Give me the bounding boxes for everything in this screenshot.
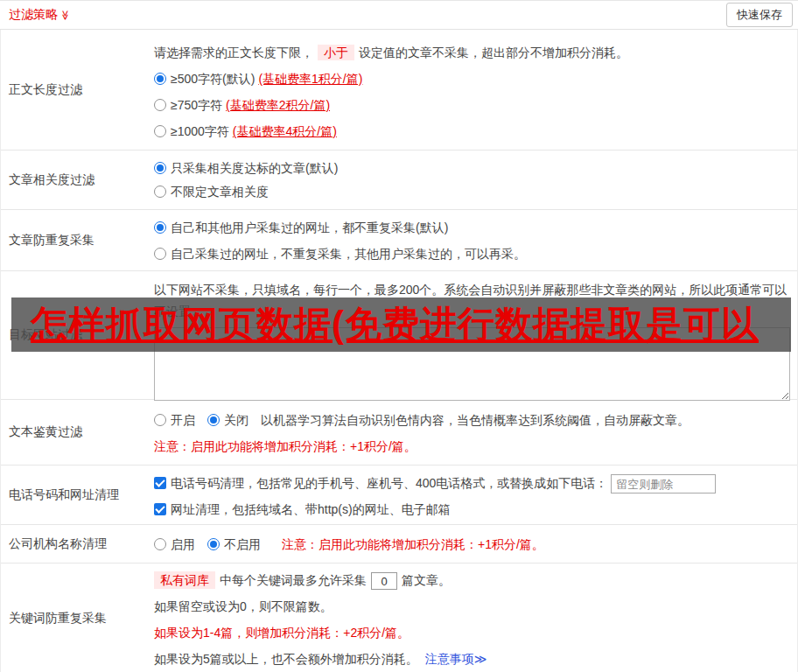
option-label: 电话号码清理，包括常见的手机号、座机号、400电话格式，或替换成如下电话： xyxy=(171,476,607,490)
panel-title: 过滤策略 xyxy=(9,7,58,21)
option-label: 不限定文章相关度 xyxy=(171,185,269,199)
porn-option-on[interactable]: 开启 xyxy=(154,413,195,427)
dedup-option-self[interactable]: 自己采集过的网址，不重复采集，其他用户采集过的，可以再采。 xyxy=(154,241,790,267)
url-cleanup-option[interactable]: 网址清理，包括纯域名、带http(s)的网址、电子邮箱 xyxy=(154,496,790,522)
quick-save-button[interactable]: 快速保存 xyxy=(726,3,793,27)
keyword-dedup-label: 关键词防重复采集 xyxy=(1,564,154,672)
porn-filter-desc: 以机器学习算法自动识别色情内容，当色情概率达到系统阈值，自动屏蔽文章。 xyxy=(261,413,690,427)
chevron-down-icon[interactable]: ≫ xyxy=(60,10,71,21)
relevance-option-any[interactable]: 不限定文章相关度 xyxy=(154,180,790,204)
radio-icon[interactable] xyxy=(154,186,166,198)
body-length-filter-label: 正文长度过滤 xyxy=(1,30,154,150)
base-rate-link[interactable]: (基础费率4积分/篇) xyxy=(233,124,337,138)
radio-icon[interactable] xyxy=(154,162,166,174)
company-cleanup-warning: 注意：启用此功能将增加积分消耗：+1积分/篇。 xyxy=(282,537,544,551)
option-label: 关闭 xyxy=(224,413,248,427)
watermark-text: 怎样抓取网页数据(免费进行数据提取是可以 xyxy=(11,300,759,349)
row-porn-filter: 文本鉴黄过滤 开启关闭以机器学习算法自动识别色情内容，当色情概率达到系统阈值，自… xyxy=(1,400,797,466)
radio-icon[interactable] xyxy=(154,99,166,111)
radio-icon[interactable] xyxy=(154,125,166,137)
option-label: ≥750字符 xyxy=(171,98,222,112)
keyword-rule-5plus: 如果设为5篇或以上，也不会额外增加积分消耗。注意事项≫ xyxy=(154,646,790,672)
checkbox-icon[interactable] xyxy=(154,477,166,489)
company-option-on[interactable]: 启用 xyxy=(154,537,195,551)
phone-url-cleanup-label: 电话号码和网址清理 xyxy=(1,466,154,524)
radio-icon[interactable] xyxy=(154,221,166,234)
panel-title-wrap[interactable]: 过滤策略≫ xyxy=(9,7,71,23)
keyword-count-input[interactable] xyxy=(371,572,397,590)
base-rate-link[interactable]: (基础费率1积分/篇) xyxy=(258,72,362,86)
intro-text-pre: 请选择需求的正文长度下限， xyxy=(154,46,313,60)
row-relevance-filter: 文章相关度过滤 只采集相关度达标的文章(默认) 不限定文章相关度 xyxy=(1,150,797,210)
row-dedup-filter: 文章防重复采集 自己和其他用户采集过的网址，都不重复采集(默认) 自己采集过的网… xyxy=(1,210,797,271)
less-than-highlight: 小于 xyxy=(318,45,354,60)
checkbox-icon[interactable] xyxy=(154,503,166,515)
row-phone-url-cleanup: 电话号码和网址清理 电话号码清理，包括常见的手机号、座机号、400电话格式，或替… xyxy=(1,466,797,525)
row-body-length-filter: 正文长度过滤 请选择需求的正文长度下限，小于设定值的文章不采集，超出部分不增加积… xyxy=(1,30,797,150)
radio-icon[interactable] xyxy=(207,414,220,426)
watermark-overlay: 怎样抓取网页数据(免费进行数据提取是可以 xyxy=(11,298,791,352)
dedup-filter-label: 文章防重复采集 xyxy=(1,210,154,270)
company-cleanup-label: 公司机构名称清理 xyxy=(1,525,154,563)
row-keyword-dedup: 关键词防重复采集 私有词库中每个关键词最多允许采集篇文章。 如果留空或设为0，则… xyxy=(1,564,797,672)
option-label: 开启 xyxy=(171,413,195,427)
option-label: ≥1000字符 xyxy=(171,124,229,138)
radio-icon[interactable] xyxy=(154,248,166,260)
porn-filter-label: 文本鉴黄过滤 xyxy=(1,400,154,465)
company-option-off[interactable]: 不启用 xyxy=(207,537,261,551)
keyword-limit-line: 私有词库中每个关键词最多允许采集篇文章。 xyxy=(154,567,790,593)
radio-icon[interactable] xyxy=(154,538,166,550)
panel-header: 过滤策略≫ 快速保存 xyxy=(0,1,798,30)
length-option-1000[interactable]: ≥1000字符(基础费率4积分/篇) xyxy=(154,118,790,144)
option-label: 只采集相关度达标的文章(默认) xyxy=(171,161,338,175)
limit-text-end: 篇文章。 xyxy=(402,573,451,587)
row-company-cleanup: 公司机构名称清理 启用不启用注意：启用此功能将增加积分消耗：+1积分/篇。 xyxy=(1,525,797,564)
notes-link[interactable]: 注意事项≫ xyxy=(425,652,487,666)
porn-filter-options: 开启关闭以机器学习算法自动识别色情内容，当色情概率达到系统阈值，自动屏蔽文章。 xyxy=(154,407,790,433)
keyword-rule-1-4: 如果设为1-4篇，则增加积分消耗：+2积分/篇。 xyxy=(154,620,790,646)
double-chevron-icon: ≫ xyxy=(474,652,487,666)
company-cleanup-options: 启用不启用注意：启用此功能将增加积分消耗：+1积分/篇。 xyxy=(154,531,790,557)
radio-icon[interactable] xyxy=(154,73,166,85)
filter-strategy-panel: 过滤策略≫ 快速保存 正文长度过滤 请选择需求的正文长度下限，小于设定值的文章不… xyxy=(0,0,798,672)
keyword-rule-zero: 如果留空或设为0，则不限篇数。 xyxy=(154,593,790,620)
private-lexicon-link[interactable]: 私有词库 xyxy=(154,571,215,589)
limit-text-mid: 中每个关键词最多允许采集 xyxy=(220,573,367,587)
relevance-filter-label: 文章相关度过滤 xyxy=(1,150,154,209)
length-option-500[interactable]: ≥500字符(默认)(基础费率1积分/篇) xyxy=(154,66,790,92)
replacement-phone-input[interactable] xyxy=(611,474,716,494)
option-label: 网址清理，包括纯域名、带http(s)的网址、电子邮箱 xyxy=(171,502,451,516)
porn-filter-warning: 注意：启用此功能将增加积分消耗：+1积分/篇。 xyxy=(154,433,790,459)
relevance-option-strict[interactable]: 只采集相关度达标的文章(默认) xyxy=(154,157,790,180)
length-option-750[interactable]: ≥750字符(基础费率2积分/篇) xyxy=(154,92,790,118)
rule-text: 如果设为5篇或以上，也不会额外增加积分消耗。 xyxy=(154,652,418,666)
option-label: 自己采集过的网址，不重复采集，其他用户采集过的，可以再采。 xyxy=(171,247,526,261)
radio-icon[interactable] xyxy=(207,538,220,550)
base-rate-link[interactable]: (基础费率2积分/篇) xyxy=(226,98,330,112)
phone-cleanup-option[interactable]: 电话号码清理，包括常见的手机号、座机号、400电话格式，或替换成如下电话： xyxy=(154,470,790,496)
option-label: 自己和其他用户采集过的网址，都不重复采集(默认) xyxy=(171,220,448,234)
intro-text-post: 设定值的文章不采集，超出部分不增加积分消耗。 xyxy=(359,46,628,60)
porn-option-off[interactable]: 关闭 xyxy=(207,413,248,427)
radio-icon[interactable] xyxy=(154,414,166,426)
option-label: 启用 xyxy=(171,537,195,551)
notes-link-label: 注意事项 xyxy=(425,652,474,666)
length-filter-intro: 请选择需求的正文长度下限，小于设定值的文章不采集，超出部分不增加积分消耗。 xyxy=(154,39,790,66)
dedup-option-global[interactable]: 自己和其他用户采集过的网址，都不重复采集(默认) xyxy=(154,214,790,241)
option-label: 不启用 xyxy=(224,537,261,551)
option-label: ≥500字符(默认) xyxy=(171,72,255,86)
